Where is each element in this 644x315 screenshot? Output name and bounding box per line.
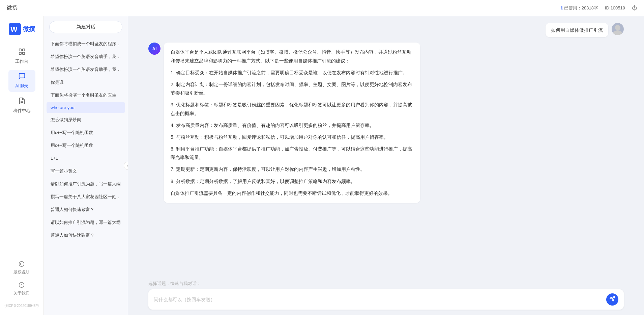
icp-text: 浙ICP备2022015948号 xyxy=(4,304,39,308)
ai-message-paragraph: 8. 分析数据：定期分析数据，了解用户反馈和喜好，以便调整推广策略和内容发布频率… xyxy=(171,177,413,186)
ai-message-paragraph: 自媒体推广引流需要具备一定的内容创作和社交能力，同时也需要不断尝试和优化，才能取… xyxy=(171,189,413,198)
conversation-item-3[interactable]: 希望你扮演一个英语发音助手，我提供给你... xyxy=(47,63,125,76)
conversation-item-1[interactable]: 下面你将模拟成一个叫圣友的程序员，我说... xyxy=(47,38,125,50)
ai-chat-label: AI聊天 xyxy=(15,83,28,89)
ai-message-paragraph: 2. 制定内容计划：制定一份详细的内容计划，包括发布时间、频率、主题、文案、图片… xyxy=(171,80,413,97)
logo-area: W 微撰 xyxy=(9,23,35,35)
workbench-label: 工作台 xyxy=(15,58,28,64)
sidebar-item-copyright[interactable]: 版权说明 xyxy=(11,259,32,277)
copyright-icon xyxy=(19,261,25,268)
send-icon xyxy=(609,296,615,303)
conversation-item-7[interactable]: 怎么做狗屎炒肉 xyxy=(47,114,125,126)
left-nav: W 微撰 工作台 AI聊天 稿件中心 xyxy=(0,16,44,315)
sidebar-item-ai-chat[interactable]: AI聊天 xyxy=(8,70,35,92)
quick-topics-label: 选择话题，快速与我对话： xyxy=(148,281,624,287)
conversation-item-4[interactable]: 你是谁 xyxy=(47,76,125,88)
topbar: 微撰 ℹ 已使用：28318字 ID:100519 ⏻ xyxy=(0,0,644,16)
conversation-item-16[interactable]: 普通人如何快速致富？ xyxy=(47,229,125,241)
ai-message: AI自媒体平台是个人或团队通过互联网平台（如博客、微博、微信公众号、抖音、快手等… xyxy=(148,43,624,203)
svg-rect-4 xyxy=(19,52,21,54)
send-button[interactable] xyxy=(606,293,618,306)
logo-icon: W xyxy=(9,23,21,35)
sidebar-item-workbench[interactable]: 工作台 xyxy=(8,45,35,67)
new-conversation-button[interactable]: 新建对话 xyxy=(49,21,122,33)
nav-bottom: 版权说明 关于我们 浙ICP备2022015948号 xyxy=(4,259,39,308)
ai-message-paragraph: 7. 定期更新：定期更新内容，保持活跃度，可以让用户对你的内容产生兴趣，增加用户… xyxy=(171,165,413,174)
power-icon[interactable]: ⏻ xyxy=(632,5,637,11)
conversation-item-9[interactable]: 用c++写一个随机函数 xyxy=(47,139,125,152)
drafts-label: 稿件中心 xyxy=(13,108,31,114)
user-message-text: 如何用自媒体做推广引流 xyxy=(546,23,608,37)
ai-message-paragraph: 6. 利用平台推广功能：自媒体平台都提供了推广功能，如广告投放、付费推广等，可以… xyxy=(171,145,413,162)
user-id: ID:100519 xyxy=(605,5,625,10)
conversation-item-13[interactable]: 撰写一篇关于八大家花园社区一刻钟便民生... xyxy=(47,191,125,203)
ai-message-paragraph: 自媒体平台是个人或团队通过互联网平台（如博客、微博、微信公众号、抖音、快手等）发… xyxy=(171,48,413,65)
copyright-label: 版权说明 xyxy=(13,269,30,275)
svg-point-12 xyxy=(615,25,620,30)
sidebar-item-about[interactable]: 关于我们 xyxy=(11,280,32,298)
conversation-item-2[interactable]: 希望你扮演一个英语发音助手，我提供给你... xyxy=(47,51,125,63)
user-avatar xyxy=(612,23,624,35)
about-label: 关于我们 xyxy=(13,290,30,296)
chat-messages: 如何用自媒体做推广引流AI自媒体平台是个人或团队通过互联网平台（如博客、微博、微… xyxy=(128,16,644,277)
ai-avatar: AI xyxy=(148,43,160,55)
chat-area: 如何用自媒体做推广引流AI自媒体平台是个人或团队通过互联网平台（如博客、微博、微… xyxy=(128,16,644,315)
svg-point-13 xyxy=(613,30,622,35)
conversation-item-8[interactable]: 用c++写一个随机函数 xyxy=(47,127,125,139)
nav-items: 工作台 AI聊天 稿件中心 xyxy=(0,45,43,116)
ai-message-paragraph: 4. 发布高质量内容：发布高质量、有价值、有趣的内容可以吸引更多的粉丝，并提高用… xyxy=(171,121,413,130)
svg-rect-2 xyxy=(19,49,21,51)
conversation-item-10[interactable]: 1+1＝ xyxy=(47,152,125,164)
conversation-item-12[interactable]: 请以如何推广引流为题，写一篇大纲 xyxy=(47,178,125,190)
logo-text: 微撰 xyxy=(23,25,35,33)
ai-avatar-inner: AI xyxy=(148,43,160,55)
svg-rect-5 xyxy=(22,52,24,54)
user-message: 如何用自媒体做推广引流 xyxy=(148,23,624,37)
conversation-list: 下面你将模拟成一个叫圣友的程序员，我说...希望你扮演一个英语发音助手，我提供给… xyxy=(44,38,128,315)
conversation-item-14[interactable]: 普通人如何快速致富？ xyxy=(47,204,125,216)
ai-message-paragraph: 3. 优化标题和标签：标题和标签是吸引粉丝的重要因素，优化标题和标签可以让更多的… xyxy=(171,101,413,117)
conversation-item-6[interactable]: who are you xyxy=(47,102,125,113)
conversation-item-15[interactable]: 请以如何推广引流为题，写一篇大纲 xyxy=(47,216,125,229)
svg-text:W: W xyxy=(10,25,18,33)
chat-sidebar: 新建对话 下面你将模拟成一个叫圣友的程序员，我说...希望你扮演一个英语发音助手… xyxy=(44,16,128,315)
info-icon: ℹ xyxy=(561,5,563,10)
workbench-icon xyxy=(18,48,26,57)
about-icon xyxy=(19,282,25,289)
ai-message-text: 自媒体平台是个人或团队通过互联网平台（如博客、微博、微信公众号、抖音、快手等）发… xyxy=(164,43,420,203)
drafts-icon xyxy=(18,97,26,106)
ai-chat-icon xyxy=(18,73,26,82)
sidebar-item-drafts[interactable]: 稿件中心 xyxy=(8,95,35,116)
svg-rect-3 xyxy=(22,49,24,51)
ai-message-paragraph: 5. 与粉丝互动：积极与粉丝互动，回复评论和私信，可以增加用户对你的认可和信任，… xyxy=(171,133,413,141)
svg-point-8 xyxy=(19,262,24,267)
usage-text: 已使用：28318字 xyxy=(564,5,598,11)
chat-input-area: 选择话题，快速与我对话： xyxy=(128,277,644,315)
main-layout: W 微撰 工作台 AI聊天 稿件中心 xyxy=(0,16,644,315)
topbar-title: 微撰 xyxy=(7,4,18,11)
chat-input[interactable] xyxy=(154,296,603,306)
topbar-right: ℹ 已使用：28318字 ID:100519 ⏻ xyxy=(561,5,637,11)
conversation-item-11[interactable]: 写一篇小黄文 xyxy=(47,165,125,177)
topbar-usage: ℹ 已使用：28318字 xyxy=(561,5,598,11)
input-box xyxy=(148,289,624,310)
conversation-item-5[interactable]: 下面你将扮演一个名叫圣友的医生 xyxy=(47,89,125,101)
ai-message-paragraph: 1. 确定目标受众：在开始自媒体推广引流之前，需要明确目标受众是谁，以便在发布内… xyxy=(171,69,413,77)
